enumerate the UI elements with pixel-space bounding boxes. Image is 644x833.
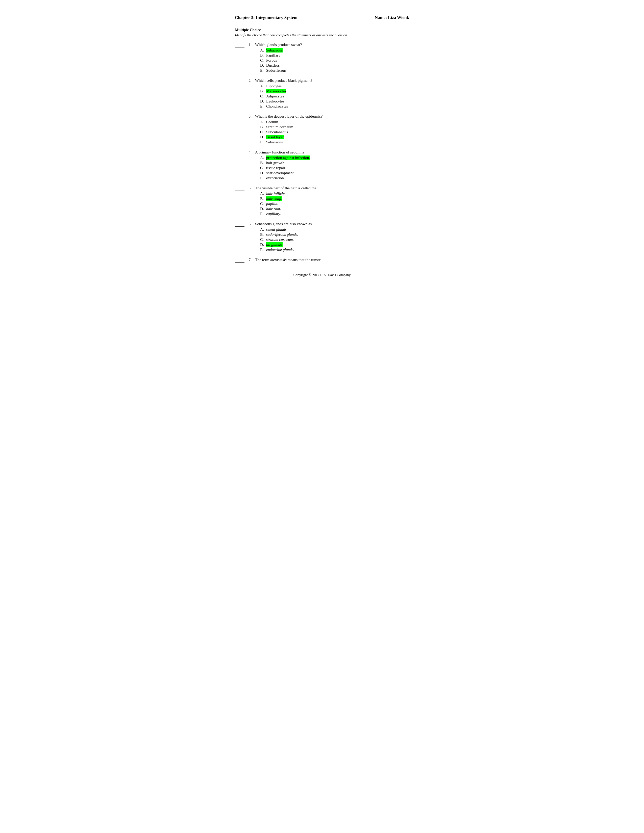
choice-label-3-3: D. xyxy=(260,135,266,139)
question-row-5: 5.The visible part of the hair is called… xyxy=(235,186,409,217)
choice-label-3-4: E. xyxy=(260,140,266,145)
choice-label-5-3: D. xyxy=(260,206,266,211)
choice-4-1: B.hair growth. xyxy=(260,161,310,165)
choice-5-0: A.hair follicle. xyxy=(260,191,316,196)
question-content-3: What is the deepest layer of the epiderm… xyxy=(255,114,322,145)
question-text-1: Which glands produce sweat? xyxy=(255,42,302,47)
choice-4-2: C.tissue repair. xyxy=(260,166,310,170)
choice-text-5-3: hair root. xyxy=(266,206,281,211)
choice-text-6-1: sudoriferous glands. xyxy=(266,232,298,237)
choice-text-1-2: Porous xyxy=(266,58,277,63)
answer-blank-6 xyxy=(235,222,245,227)
question-row-4: 4.A primary function of sebum isA.protec… xyxy=(235,150,409,181)
choice-label-2-3: D. xyxy=(260,99,266,103)
choice-text-3-4: Sebaceous xyxy=(266,140,283,145)
choice-label-2-2: C. xyxy=(260,94,266,98)
choice-text-1-3: Ductless xyxy=(266,63,280,68)
question-number-2: 2. xyxy=(245,78,251,83)
answer-blank-3 xyxy=(235,114,245,119)
choice-label-1-0: A. xyxy=(260,48,266,53)
choice-text-1-4: Sudoriferous xyxy=(266,68,287,73)
choice-text-4-1: hair growth. xyxy=(266,161,285,165)
choice-text-6-3: oil glands. xyxy=(266,242,283,247)
choice-label-4-4: E. xyxy=(260,176,266,180)
choice-label-3-0: A. xyxy=(260,120,266,124)
page-footer: Copyright © 2017 F. A. Davis Company xyxy=(235,273,409,277)
choice-text-4-2: tissue repair. xyxy=(266,166,286,170)
choice-4-0: A.protection against infection. xyxy=(260,156,310,160)
choice-label-3-1: B. xyxy=(260,125,266,129)
choice-3-4: E.Sebaceous xyxy=(260,140,322,145)
question-number-6: 6. xyxy=(245,222,251,226)
choices-list-3: A.CoriumB.Stratum corneumC.SubcutaneousD… xyxy=(260,120,322,145)
choice-text-3-0: Corium xyxy=(266,120,278,124)
choice-6-2: C.stratum corneum. xyxy=(260,237,312,242)
choice-1-4: E.Sudoriferous xyxy=(260,68,302,73)
choice-label-2-1: B. xyxy=(260,89,266,93)
answer-blank-7 xyxy=(235,258,245,262)
choice-text-3-1: Stratum corneum xyxy=(266,125,293,129)
question-row-2: 2.Which cells produce black pigment?A.Li… xyxy=(235,78,409,109)
chapter-title: Chapter 5: Integumentary System xyxy=(235,15,298,20)
questions-container: 1.Which glands produce sweat?A.Sebaceous… xyxy=(235,42,409,263)
choice-label-4-1: B. xyxy=(260,161,266,165)
choice-label-1-1: B. xyxy=(260,53,266,58)
choice-label-6-2: C. xyxy=(260,237,266,242)
choices-list-2: A.LipocytesB.MelanocytesC.AdipocytesD.Le… xyxy=(260,84,312,109)
choice-label-1-3: D. xyxy=(260,63,266,68)
question-content-1: Which glands produce sweat?A.SebaceousB.… xyxy=(255,42,302,73)
choice-label-3-2: C. xyxy=(260,130,266,134)
section-title: Multiple Choice xyxy=(235,28,409,32)
choice-1-3: D.Ductless xyxy=(260,63,302,68)
choice-3-2: C.Subcutaneous xyxy=(260,130,322,134)
choice-6-3: D.oil glands. xyxy=(260,242,312,247)
question-text-2: Which cells produce black pigment? xyxy=(255,78,312,83)
question-text-7: The term metastasis means that the tumor xyxy=(255,257,320,262)
choice-text-1-1: Papillary xyxy=(266,53,280,58)
choice-text-5-1: hair shaft. xyxy=(266,196,282,201)
choice-text-5-4: capillary. xyxy=(266,212,281,216)
choice-2-0: A.Lipocytes xyxy=(260,84,312,88)
choice-2-4: E.Chondrocytes xyxy=(260,104,312,109)
question-text-5: The visible part of the hair is called t… xyxy=(255,186,316,190)
student-name: Name: Liza Wienk xyxy=(375,15,409,20)
choice-label-2-0: A. xyxy=(260,84,266,88)
choice-5-4: E.capillary. xyxy=(260,212,316,216)
choice-label-5-1: B. xyxy=(260,196,266,201)
answer-blank-4 xyxy=(235,150,245,155)
choice-label-4-2: C. xyxy=(260,166,266,170)
question-number-1: 1. xyxy=(245,42,251,47)
choices-list-5: A.hair follicle.B.hair shaft.C.papilla.D… xyxy=(260,191,316,216)
question-row-1: 1.Which glands produce sweat?A.Sebaceous… xyxy=(235,42,409,73)
question-content-4: A primary function of sebum isA.protecti… xyxy=(255,150,310,181)
choice-label-5-4: E. xyxy=(260,212,266,216)
choice-text-6-4: endocrine glands. xyxy=(266,248,294,252)
choice-1-1: B.Papillary xyxy=(260,53,302,58)
choice-text-3-2: Subcutaneous xyxy=(266,130,288,134)
question-row-7: 7.The term metastasis means that the tum… xyxy=(235,257,409,263)
choice-label-5-0: A. xyxy=(260,191,266,196)
choices-list-1: A.SebaceousB.PapillaryC.PorousD.Ductless… xyxy=(260,48,302,73)
section-subtitle: Identify the choice that best completes … xyxy=(235,33,409,37)
choice-label-1-2: C. xyxy=(260,58,266,63)
choice-1-0: A.Sebaceous xyxy=(260,48,302,53)
answer-blank-5 xyxy=(235,186,245,191)
choice-2-3: D.Leukocytes xyxy=(260,99,312,103)
question-number-3: 3. xyxy=(245,114,251,119)
choice-text-4-0: protection against infection. xyxy=(266,156,310,160)
question-content-7: The term metastasis means that the tumor xyxy=(255,257,320,263)
choice-6-0: A.sweat glands. xyxy=(260,227,312,232)
choice-text-4-3: scar development. xyxy=(266,170,295,175)
choice-1-2: C.Porous xyxy=(260,58,302,63)
choice-2-2: C.Adipocytes xyxy=(260,94,312,98)
question-content-5: The visible part of the hair is called t… xyxy=(255,186,316,217)
choice-label-6-1: B. xyxy=(260,232,266,237)
choice-label-4-3: D. xyxy=(260,170,266,175)
choice-label-2-4: E. xyxy=(260,104,266,109)
choice-5-1: B.hair shaft. xyxy=(260,196,316,201)
question-row-6: 6.Sebaceous glands are also known asA.sw… xyxy=(235,222,409,252)
choice-text-5-0: hair follicle. xyxy=(266,191,286,196)
choice-text-2-1: Melanocytes xyxy=(266,89,286,93)
choice-text-6-2: stratum corneum. xyxy=(266,237,294,242)
choice-3-3: D.Basal layer xyxy=(260,135,322,139)
